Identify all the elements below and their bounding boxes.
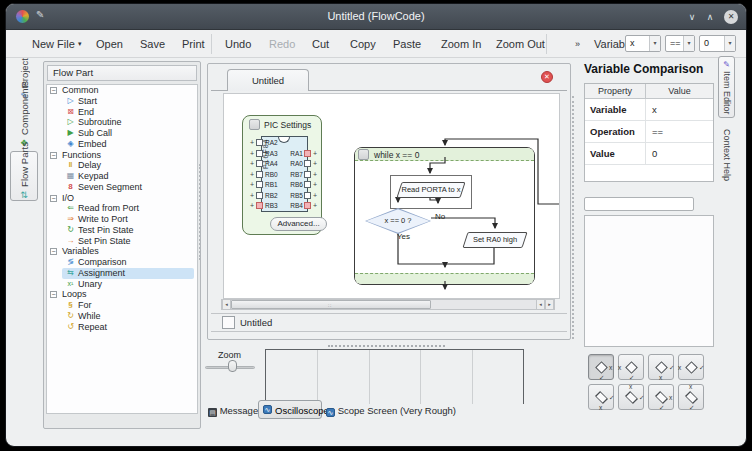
tree-group-loops[interactable]: −Loops bbox=[47, 289, 197, 300]
pin-ra0[interactable] bbox=[304, 160, 311, 167]
vertical-splitter[interactable] bbox=[572, 96, 574, 339]
decision-layout-button-4[interactable]: x ✓ bbox=[678, 354, 704, 380]
decision-layout-button-5[interactable]: x ✓ bbox=[588, 384, 614, 410]
decision-layout-button-2[interactable]: x ✓ bbox=[618, 354, 644, 380]
tree-group-variables[interactable]: −Variables bbox=[47, 246, 197, 257]
copy-button[interactable]: Copy bbox=[350, 36, 376, 52]
tab-close-icon[interactable]: ✕ bbox=[541, 71, 553, 83]
pin-rb5[interactable] bbox=[304, 192, 311, 199]
tree-item-end[interactable]: ⊠End bbox=[47, 107, 197, 118]
chevron-down-icon[interactable]: ▾ bbox=[683, 36, 694, 51]
zoom-slider-thumb[interactable] bbox=[228, 360, 237, 372]
zoom-in-button[interactable]: Zoom In bbox=[441, 36, 481, 52]
pin-rb0[interactable] bbox=[256, 171, 263, 178]
value-select[interactable]: 0 ▾ bbox=[699, 35, 736, 52]
scroll-right-icon[interactable]: ▸ bbox=[545, 300, 554, 309]
tree-group-io[interactable]: −I/O bbox=[47, 193, 197, 204]
chevron-down-icon[interactable]: ▾ bbox=[724, 36, 735, 51]
advanced-button[interactable]: Advanced... bbox=[270, 217, 327, 231]
maximize-button[interactable]: ∧ bbox=[702, 9, 718, 25]
inspector-input[interactable] bbox=[584, 197, 694, 211]
decision-layout-button-8[interactable]: x ✓ bbox=[678, 384, 704, 410]
print-button[interactable]: Print bbox=[182, 36, 205, 52]
canvas-hscrollbar[interactable]: ◂ ∷ ◂ ▸ bbox=[221, 299, 555, 310]
scroll-left-icon[interactable]: ◂ bbox=[222, 300, 231, 309]
pin-rb1[interactable] bbox=[256, 181, 263, 188]
pin-rb4[interactable] bbox=[304, 202, 311, 209]
title-bar[interactable]: ✎ Untitled (FlowCode) ∨ ∧ ✕ bbox=[6, 4, 746, 30]
tree-item-keypad[interactable]: ▦Keypad bbox=[47, 171, 197, 182]
tab-flow-parts[interactable]: Flow Parts ⇅ bbox=[10, 151, 38, 201]
horizontal-splitter[interactable] bbox=[328, 345, 445, 347]
toolbar-overflow-icon[interactable]: » bbox=[575, 36, 580, 52]
open-button[interactable]: Open bbox=[96, 36, 123, 52]
collapse-icon[interactable]: − bbox=[50, 248, 57, 255]
pin-rb3[interactable] bbox=[256, 202, 263, 209]
collapse-icon[interactable]: − bbox=[50, 152, 57, 159]
close-button[interactable]: ✕ bbox=[724, 10, 738, 24]
tree-item-seven-segment[interactable]: 8Seven Segment bbox=[47, 182, 197, 193]
decision-layout-button-3[interactable]: x ✓ bbox=[648, 354, 674, 380]
read-porta-node[interactable]: Read PORTA to x bbox=[399, 182, 463, 198]
scroll-left-icon[interactable]: ◂ bbox=[536, 300, 545, 309]
tree-item-assignment[interactable]: ⇆Assignment bbox=[47, 268, 197, 279]
tree-item-sub-call[interactable]: ▶Sub Call bbox=[47, 128, 197, 139]
property-value[interactable]: x bbox=[646, 99, 713, 120]
pin-ra1[interactable] bbox=[304, 150, 311, 157]
property-value[interactable]: == bbox=[646, 121, 713, 142]
collapse-button[interactable] bbox=[249, 119, 260, 130]
collapse-icon[interactable]: − bbox=[50, 291, 57, 298]
undo-button[interactable]: Undo bbox=[225, 36, 251, 52]
property-value[interactable]: 0 bbox=[646, 143, 713, 164]
tree-group-common[interactable]: −Common bbox=[47, 85, 197, 96]
decision-node[interactable]: x == 0 ? bbox=[365, 208, 431, 234]
tree-item-while[interactable]: ↻While bbox=[47, 311, 197, 322]
tree-item-test-pin-state[interactable]: ↻Test Pin State bbox=[47, 225, 197, 236]
set-ra0-node[interactable]: Set RA0 high bbox=[465, 232, 525, 248]
pin-ra4[interactable] bbox=[256, 160, 263, 167]
tree-item-subroutine[interactable]: ▷Subroutine bbox=[47, 117, 197, 128]
save-button[interactable]: Save bbox=[140, 36, 165, 52]
tree-item-unary[interactable]: x¹Unary bbox=[47, 279, 197, 290]
collapse-icon[interactable]: − bbox=[50, 195, 57, 202]
variable-select[interactable]: x ▾ bbox=[625, 35, 661, 52]
decision-layout-button-7[interactable]: x ✓ bbox=[648, 384, 674, 410]
collapse-icon[interactable]: − bbox=[50, 87, 57, 94]
tab-item-editor[interactable]: ✎ Item Editor bbox=[718, 56, 735, 118]
pic-settings-box[interactable]: PIC Settings P16F84 +RA2 +RA3 +RA4 +RB0 … bbox=[242, 115, 322, 235]
vertical-splitter[interactable] bbox=[199, 164, 201, 260]
minimize-button[interactable]: ∨ bbox=[684, 9, 700, 25]
pin-ra2[interactable] bbox=[256, 139, 263, 146]
new-file-dropdown-icon[interactable]: ▾ bbox=[78, 36, 82, 52]
tab-messages[interactable]: ▤ Messages bbox=[208, 405, 263, 417]
decision-layout-button-6[interactable]: x ✓ bbox=[618, 384, 644, 410]
pin-rb7[interactable] bbox=[304, 171, 311, 178]
decision-layout-button-1[interactable]: x ✓ bbox=[588, 354, 614, 380]
tree-item-delay[interactable]: ‖Delay bbox=[47, 160, 197, 171]
tree-item-for[interactable]: §For bbox=[47, 300, 197, 311]
cut-button[interactable]: Cut bbox=[312, 36, 329, 52]
pin-rb6[interactable] bbox=[304, 181, 311, 188]
document-tab[interactable]: Untitled (FlowCode) bbox=[227, 69, 309, 91]
tab-context-help[interactable]: Context Help bbox=[718, 129, 735, 184]
scrollbar-thumb[interactable]: ∷ bbox=[231, 300, 431, 309]
tree-item-embed[interactable]: ◈Embed bbox=[47, 139, 197, 150]
inspector-listbox[interactable] bbox=[584, 215, 714, 347]
tree-item-write-to-port[interactable]: ⇒Write to Port bbox=[47, 214, 197, 225]
new-file-button[interactable]: New File bbox=[32, 36, 75, 52]
tab-scope-screen[interactable]: ∿ Scope Screen (Very Rough) bbox=[326, 405, 456, 417]
tree-item-repeat[interactable]: ↺Repeat bbox=[47, 322, 197, 333]
collapse-button[interactable] bbox=[358, 149, 369, 160]
pin-ra3[interactable] bbox=[256, 150, 263, 157]
redo-button[interactable]: Redo bbox=[269, 36, 295, 52]
paste-button[interactable]: Paste bbox=[393, 36, 421, 52]
tree-item-comparison[interactable]: ≶Comparison bbox=[47, 257, 197, 268]
tree-group-functions[interactable]: −Functions bbox=[47, 150, 197, 161]
operation-select[interactable]: == ▾ bbox=[665, 35, 695, 52]
status-checkbox[interactable] bbox=[222, 316, 235, 329]
zoom-out-button[interactable]: Zoom Out bbox=[496, 36, 545, 52]
pin-rb2[interactable] bbox=[256, 192, 263, 199]
tree-item-read-from-port[interactable]: ⇐Read from Port bbox=[47, 203, 197, 214]
chevron-down-icon[interactable]: ▾ bbox=[649, 36, 660, 51]
tree-item-set-pin-state[interactable]: →Set Pin State bbox=[47, 236, 197, 247]
